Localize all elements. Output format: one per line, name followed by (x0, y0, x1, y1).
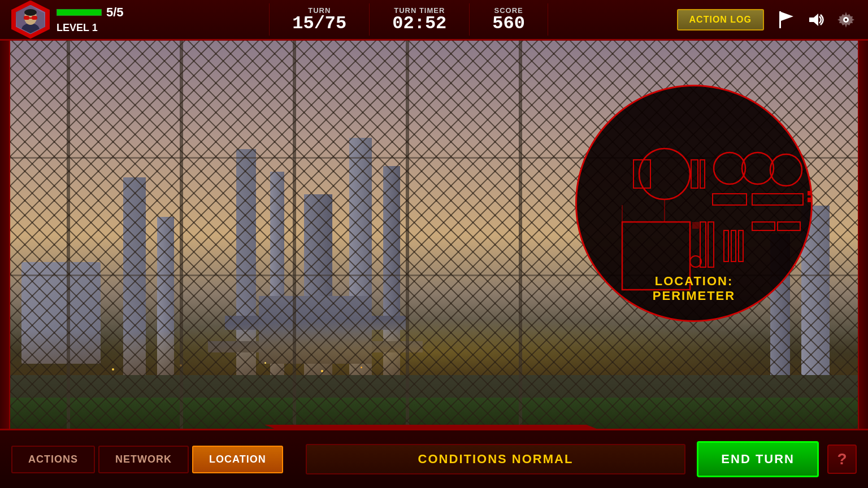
map-location-name: LOCATION: PERIMETER (653, 274, 735, 303)
status-text: CONDITIONS NORMAL (418, 452, 574, 467)
svg-point-15 (639, 149, 690, 199)
svg-rect-7 (29, 18, 32, 19)
svg-rect-34 (778, 222, 800, 230)
agent-avatar (11, 1, 50, 39)
timer-stat: TURN TIMER 02:52 (369, 3, 469, 36)
svg-point-4 (24, 9, 37, 16)
hp-bar (57, 9, 102, 16)
bottom-tabs: ACTIONS NETWORK LOCATION (11, 446, 283, 473)
top-bar: 5/5 LEVEL 1 TURN 15/75 TURN TIMER 02:52 … (0, 0, 868, 41)
svg-rect-33 (752, 222, 775, 230)
svg-rect-6 (32, 16, 37, 20)
turn-stat: TURN 15/75 (269, 3, 369, 36)
tab-actions[interactable]: ACTIONS (11, 446, 95, 473)
agent-section: 5/5 LEVEL 1 (11, 1, 124, 39)
svg-rect-32 (739, 230, 743, 262)
timer-value: 02:52 (392, 15, 446, 33)
svg-marker-10 (809, 14, 818, 26)
svg-rect-25 (808, 198, 811, 202)
svg-point-18 (714, 152, 745, 184)
action-log-button[interactable]: ACTION LOG (677, 9, 764, 30)
svg-rect-31 (731, 230, 736, 262)
map-location-label: LOCATION: PERIMETER (653, 274, 735, 303)
svg-rect-30 (724, 230, 728, 262)
svg-rect-21 (633, 160, 650, 188)
agent-level: LEVEL 1 (57, 22, 124, 34)
agent-hp-text: 5/5 (106, 5, 124, 20)
agent-hp-display: 5/5 (57, 5, 124, 20)
agent-stats: 5/5 LEVEL 1 (57, 5, 124, 34)
bottom-bar: ACTIONS NETWORK LOCATION CONDITIONS NORM… (0, 429, 868, 488)
left-border (0, 41, 10, 429)
svg-point-19 (742, 152, 774, 184)
status-area: CONDITIONS NORMAL (306, 444, 686, 474)
help-button[interactable]: ? (827, 445, 857, 474)
tab-location[interactable]: LOCATION (192, 446, 283, 473)
sound-icon[interactable] (805, 9, 827, 30)
svg-rect-22 (713, 194, 747, 205)
tab-network[interactable]: NETWORK (98, 446, 189, 473)
svg-rect-17 (700, 160, 705, 188)
svg-rect-8 (779, 11, 781, 28)
hp-fill (57, 10, 101, 15)
map-overlay: LOCATION: PERIMETER (575, 85, 813, 322)
flag-icon[interactable] (775, 9, 797, 30)
svg-point-20 (770, 154, 802, 186)
svg-marker-9 (781, 12, 793, 21)
top-right-icons (775, 9, 857, 30)
svg-rect-23 (752, 194, 803, 205)
svg-point-13 (845, 19, 847, 21)
center-stats: TURN 15/75 TURN TIMER 02:52 SCORE 560 (141, 3, 677, 36)
svg-rect-16 (691, 160, 698, 188)
right-border (858, 41, 868, 429)
game-container: 5/5 LEVEL 1 TURN 15/75 TURN TIMER 02:52 … (0, 0, 868, 488)
game-area: LOCATION: PERIMETER (10, 40, 858, 432)
settings-icon[interactable] (835, 9, 857, 30)
svg-rect-5 (24, 16, 29, 20)
score-value: 560 (492, 15, 525, 33)
end-turn-button[interactable]: END TURN (697, 441, 819, 477)
svg-rect-29 (708, 222, 714, 267)
agent-portrait (16, 5, 45, 34)
svg-rect-24 (808, 191, 811, 195)
score-stat: SCORE 560 (469, 3, 548, 36)
turn-value: 15/75 (292, 15, 346, 33)
svg-rect-27 (692, 222, 699, 229)
